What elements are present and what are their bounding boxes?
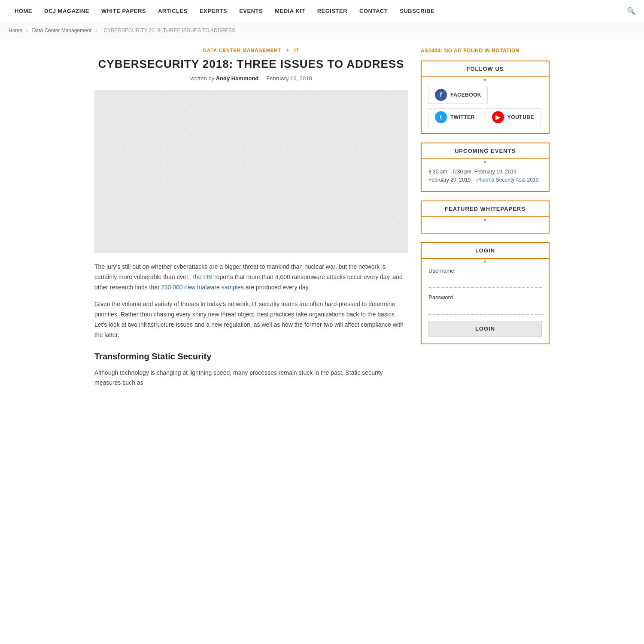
article-para-1-end: are produced every day. — [244, 284, 310, 291]
nav-subscribe[interactable]: SUBSCRIBE — [394, 0, 440, 22]
article-meta: written by Andy Hammond February 16, 201… — [94, 75, 408, 82]
nav-media-kit[interactable]: MEDIA KIT — [269, 0, 311, 22]
login-widget: LOGIN Username Password LOGIN — [421, 242, 550, 344]
login-header: LOGIN — [422, 243, 549, 259]
article-para-2: Given the volume and variety of threats … — [94, 299, 408, 340]
sidebar: AS#404: NO AD FOUND IN ROTATION FOLLOW U… — [421, 48, 550, 395]
article-para-3: Although technology is changing at light… — [94, 368, 408, 389]
article-tags: DATA CENTER MANAGEMENT ✦ IT — [94, 48, 408, 53]
password-label: Password — [428, 294, 542, 301]
twitter-button[interactable]: t TWITTER — [428, 108, 481, 126]
nav-experts[interactable]: EXPERTS — [194, 0, 233, 22]
youtube-icon: ▶ — [492, 111, 504, 123]
nav-register[interactable]: REGISTER — [311, 0, 353, 22]
article-section1-title: Transforming Static Security — [94, 349, 408, 364]
breadcrumb-home[interactable]: Home — [9, 27, 22, 33]
article-para-1: The jury's still out on whether cyberatt… — [94, 262, 408, 292]
nav-dcj-magazine[interactable]: DCJ MAGAZINE — [38, 0, 95, 22]
nav-articles[interactable]: ARTICLES — [152, 0, 194, 22]
article-author[interactable]: Andy Hammond — [216, 75, 259, 82]
event-link[interactable]: Pharma Security Asia 2019 — [476, 177, 538, 183]
upcoming-events-widget: UPCOMING EVENTS 8:30 am – 5:30 pm, Febru… — [421, 143, 550, 192]
nav-contact[interactable]: CONTACT — [353, 0, 394, 22]
sidebar-ad: AS#404: NO AD FOUND IN ROTATION — [421, 48, 550, 54]
upcoming-events-header: UPCOMING EVENTS — [422, 143, 549, 159]
tag-dcm[interactable]: DATA CENTER MANAGEMENT — [203, 48, 281, 53]
main-nav: HOME DCJ MAGAZINE WHITE PAPERS ARTICLES … — [0, 0, 644, 22]
youtube-label: YOUTUBE — [507, 114, 534, 120]
twitter-label: TWITTER — [450, 114, 475, 120]
username-label: Username — [428, 267, 542, 274]
follow-us-header: FOLLOW US — [422, 61, 549, 77]
login-button[interactable]: LOGIN — [428, 321, 542, 337]
search-icon[interactable]: 🔍 — [627, 7, 635, 15]
breadcrumb-sep1: › — [26, 27, 29, 33]
written-by-label: written by — [190, 75, 214, 82]
breadcrumb-dcm[interactable]: Data Center Management — [32, 27, 91, 33]
nav-white-papers[interactable]: WHITE PAPERS — [95, 0, 152, 22]
article-title: CYBERSECURITY 2018: THREE ISSUES TO ADDR… — [94, 58, 408, 71]
breadcrumb: Home › Data Center Management › CYBERSEC… — [0, 22, 644, 39]
breadcrumb-current: CYBERSECURITY 2018: THREE ISSUES TO ADDR… — [103, 27, 235, 33]
youtube-button[interactable]: ▶ YOUTUBE — [486, 108, 541, 126]
twitter-icon: t — [435, 111, 447, 123]
facebook-button[interactable]: f FACEBOOK — [428, 86, 488, 104]
fbi-link[interactable]: The FBI — [191, 273, 213, 280]
nav-events[interactable]: EVENTS — [233, 0, 269, 22]
password-input[interactable] — [428, 302, 542, 315]
facebook-icon: f — [435, 89, 447, 101]
article-image — [94, 90, 408, 253]
main-container: DATA CENTER MANAGEMENT ✦ IT CYBERSECURIT… — [86, 39, 558, 404]
login-body: Username Password LOGIN — [422, 259, 549, 343]
featured-whitepapers-header: FEATURED WHITEPAPERS — [422, 201, 549, 217]
article-area: DATA CENTER MANAGEMENT ✦ IT CYBERSECURIT… — [94, 48, 408, 395]
article-body: The jury's still out on whether cyberatt… — [94, 262, 408, 388]
breadcrumb-sep2: › — [95, 27, 98, 33]
facebook-label: FACEBOOK — [450, 92, 481, 98]
tag-it[interactable]: IT — [294, 48, 299, 53]
username-input[interactable] — [428, 276, 542, 288]
social-buttons: f FACEBOOK t TWITTER ▶ YOUTUBE — [422, 77, 549, 133]
follow-us-widget: FOLLOW US f FACEBOOK t TWITTER ▶ YOUTUBE — [421, 61, 550, 134]
tag-separator: ✦ — [286, 48, 290, 53]
featured-whitepapers-widget: FEATURED WHITEPAPERS — [421, 200, 550, 234]
article-date: February 16, 2018 — [266, 75, 312, 82]
malware-link[interactable]: 230,000 new malware samples — [161, 284, 244, 291]
nav-home[interactable]: HOME — [9, 0, 38, 22]
